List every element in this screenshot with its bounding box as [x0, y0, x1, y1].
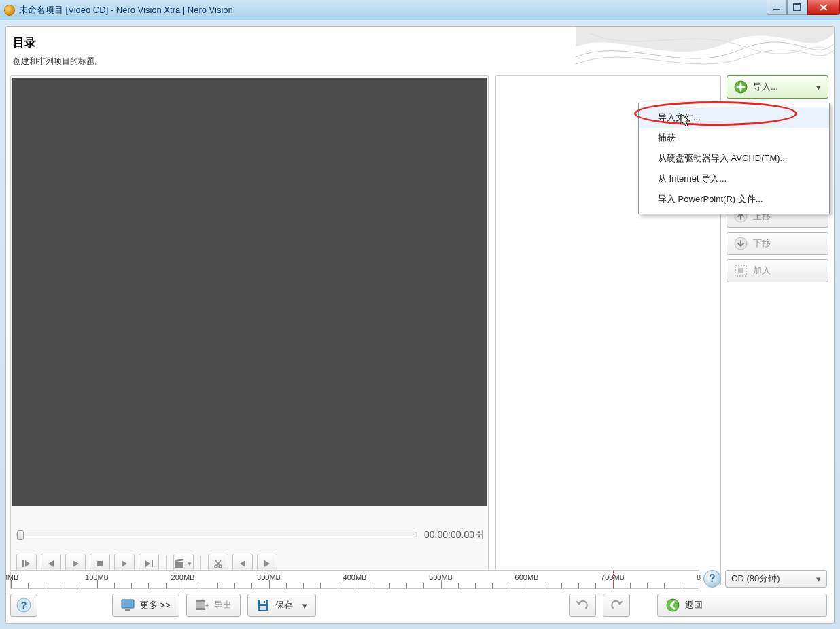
capacity-ruler: 0MB100MB200MB300MB400MB500MB600MB700MB8 [10, 570, 699, 589]
decorative-waves [576, 27, 834, 74]
ruler-minor-tick [578, 583, 579, 588]
svg-rect-1 [794, 4, 801, 10]
group-icon [734, 264, 748, 277]
ruler-minor-tick [406, 583, 407, 588]
chevron-down-icon: ▾ [302, 600, 307, 611]
import-menu-item-capture[interactable]: 捕获 [639, 128, 829, 148]
svg-marker-5 [73, 560, 79, 567]
svg-rect-2 [22, 560, 24, 567]
client-frame: 目录 创建和排列项目的标题。 00:00:00.00 ▲▼ [0, 20, 840, 629]
undo-button[interactable] [569, 594, 596, 617]
seek-handle[interactable] [17, 530, 24, 540]
svg-rect-30 [260, 600, 266, 604]
back-label: 返回 [685, 599, 703, 611]
chevron-down-icon: ▾ [816, 82, 821, 92]
ruler-minor-tick [80, 583, 80, 588]
media-type-label: CD (80分钟) [731, 573, 780, 585]
import-dropdown-button[interactable]: 导入... ▾ [727, 75, 828, 99]
import-menu: 导入文件... 捕获 从硬盘驱动器导入 AVCHD(TM)... 从 Inter… [638, 103, 830, 214]
svg-rect-6 [97, 561, 103, 566]
media-type-select[interactable]: CD (80分钟) ▾ [725, 570, 827, 588]
ruler-minor-tick [595, 583, 596, 588]
svg-text:?: ? [21, 600, 27, 611]
timecode-spinner[interactable]: ▲▼ [476, 530, 483, 539]
arrow-down-circle-icon [734, 237, 748, 250]
minimize-button[interactable] [767, 0, 787, 15]
import-menu-item-internet[interactable]: 从 Internet 导入... [639, 169, 829, 189]
export-button[interactable]: 导出 [186, 594, 241, 617]
ruler-minor-tick [682, 583, 682, 588]
import-menu-item-ppt[interactable]: 导入 PowerPoint(R) 文件... [639, 189, 829, 209]
import-menu-item-file[interactable]: 导入文件... [639, 107, 829, 128]
redo-icon [610, 600, 623, 611]
ruler-minor-tick [458, 583, 459, 588]
svg-rect-32 [264, 601, 265, 603]
ruler-minor-tick [234, 583, 235, 588]
window-titlebar: 未命名项目 [Video CD] - Nero Vision Xtra | Ne… [0, 0, 840, 20]
ruler-minor-tick [544, 583, 544, 588]
ruler-minor-tick [200, 583, 200, 588]
seek-slider[interactable] [16, 532, 417, 537]
ruler-minor-tick [389, 583, 390, 588]
ruler-minor-tick [148, 583, 149, 588]
help-icon: ? [16, 598, 31, 613]
ruler-minor-tick [630, 583, 631, 588]
more-button[interactable]: 更多 >> [112, 594, 179, 617]
ruler-minor-tick [251, 583, 252, 588]
ruler-minor-tick [46, 583, 46, 588]
svg-rect-27 [196, 600, 205, 602]
svg-point-33 [667, 599, 679, 611]
floppy-disk-icon [256, 598, 270, 612]
page-title: 目录 [13, 35, 103, 50]
join-label: 加入 [753, 265, 771, 277]
save-dropdown-button[interactable]: 保存 ▾ [247, 594, 316, 617]
import-menu-item-avchd[interactable]: 从硬盘驱动器导入 AVCHD(TM)... [639, 148, 829, 169]
ruler-tick-label: 200MB [171, 573, 195, 581]
svg-rect-20 [738, 268, 743, 273]
back-button[interactable]: 返回 [657, 594, 827, 617]
join-button[interactable]: 加入 [727, 259, 828, 282]
chevron-down-icon: ▾ [816, 574, 821, 584]
monitor-icon [121, 598, 135, 612]
help-ruler-button[interactable]: ? [703, 570, 721, 588]
svg-rect-11 [175, 559, 183, 562]
svg-marker-3 [25, 560, 30, 567]
redo-button[interactable] [603, 594, 630, 617]
svg-rect-10 [175, 562, 183, 568]
app-icon [4, 5, 15, 16]
export-label: 导出 [214, 599, 232, 611]
move-down-button[interactable]: 下移 [727, 232, 828, 255]
svg-rect-24 [122, 600, 134, 608]
svg-rect-9 [152, 560, 153, 567]
maximize-button[interactable] [787, 0, 807, 15]
ruler-tick-label: 600MB [515, 573, 539, 581]
ruler-tick-label: 300MB [257, 573, 281, 581]
save-label: 保存 [275, 599, 293, 611]
ruler-tick-label: 0MB [5, 573, 18, 581]
ruler-minor-tick [561, 583, 562, 588]
svg-marker-8 [145, 560, 150, 567]
ruler-tick-label: 500MB [429, 573, 453, 581]
import-label: 导入... [753, 81, 778, 93]
page-subtitle: 创建和排列项目的标题。 [13, 56, 103, 67]
ruler-minor-tick [286, 583, 287, 588]
ruler-minor-tick [217, 583, 218, 588]
close-button[interactable] [807, 0, 840, 15]
ruler-limit-indicator [613, 571, 614, 588]
help-button[interactable]: ? [10, 594, 37, 617]
ruler-minor-tick [131, 583, 132, 588]
ruler-tick-label: 400MB [343, 573, 367, 581]
svg-rect-25 [125, 609, 130, 611]
move-down-label: 下移 [753, 237, 771, 250]
ruler-tick-label: 100MB [85, 573, 109, 581]
ruler-minor-tick [166, 583, 167, 588]
video-preview [12, 78, 487, 506]
svg-marker-7 [122, 560, 127, 567]
ruler-minor-tick [114, 583, 115, 588]
ruler-minor-tick [338, 583, 338, 588]
ruler-minor-tick [647, 583, 648, 588]
plus-circle-icon [734, 80, 748, 94]
film-export-icon [195, 598, 209, 612]
ruler-minor-tick [492, 583, 493, 588]
svg-marker-4 [48, 560, 54, 567]
